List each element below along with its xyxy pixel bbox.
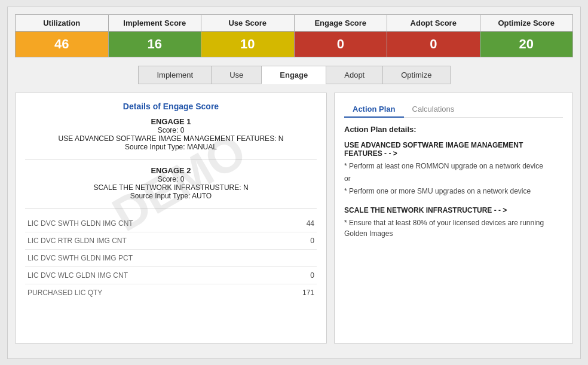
- data-key-3: LIC DVC WLC GLDN IMG CNT: [27, 271, 128, 280]
- data-val-3: 0: [310, 271, 314, 280]
- data-key-4: PURCHASED LIC QTY: [27, 289, 102, 297]
- action-item-0-0: * Perform at least one ROMMON upgrade on…: [344, 161, 563, 171]
- main-container: Utilization 46 Implement Score 16 Use Sc…: [7, 7, 581, 359]
- engage-value: 0: [295, 32, 387, 57]
- left-panel: Details of Engage Score ENGAGE 1 Score: …: [15, 93, 327, 343]
- action-item-1-0: * Ensure that at least 80% of your licen…: [344, 217, 563, 239]
- adopt-label: Adopt Score: [387, 15, 480, 32]
- action-item-0-2: * Perform one or more SMU upgrades on a …: [344, 186, 563, 197]
- data-row-2: LIC DVC SWTH GLDN IMG PCT: [25, 250, 317, 267]
- score-cell-implement: Implement Score 16: [109, 15, 202, 57]
- engage1-feature: USE ADVANCED SOFTWARE IMAGE MANAGEMENT F…: [25, 134, 317, 143]
- action-feature-title-0: USE ADVANCED SOFTWARE IMAGE MANAGEMENT F…: [344, 141, 563, 158]
- data-key-2: LIC DVC SWTH GLDN IMG PCT: [27, 254, 133, 262]
- data-row-3: LIC DVC WLC GLDN IMG CNT 0: [25, 267, 317, 284]
- data-row-1: LIC DVC RTR GLDN IMG CNT 0: [25, 232, 317, 250]
- engage2-source: Source Input Type: AUTO: [25, 192, 317, 200]
- engage2-block: ENGAGE 2 Score: 0 SCALE THE NETWORK INFR…: [25, 166, 317, 200]
- data-key-0: LIC DVC SWTH GLDN IMG CNT: [27, 219, 133, 228]
- tab-optimize[interactable]: Optimize: [382, 66, 450, 84]
- divider-1: [25, 160, 317, 160]
- data-row-4: PURCHASED LIC QTY 171: [25, 284, 317, 301]
- engage-label: Engage Score: [295, 15, 387, 32]
- action-feature-title-1: SCALE THE NETWORK INFRASTRUCTURE - - >: [344, 206, 563, 214]
- data-val-1: 0: [310, 237, 314, 245]
- utilization-value: 46: [16, 32, 108, 57]
- engage1-title: ENGAGE 1: [25, 117, 317, 126]
- tab-use[interactable]: Use: [211, 66, 262, 84]
- right-tabs: Action Plan Calculations: [344, 102, 563, 118]
- divider-2: [25, 208, 317, 209]
- action-plan-title: Action Plan details:: [344, 125, 563, 134]
- tab-adopt[interactable]: Adopt: [326, 66, 383, 84]
- engage2-score: Score: 0: [25, 175, 317, 183]
- optimize-value: 20: [480, 32, 573, 57]
- engage2-feature: SCALE THE NETWORK INFRASTRUSTURE: N: [25, 183, 317, 192]
- action-section-1: SCALE THE NETWORK INFRASTRUCTURE - - > *…: [344, 206, 563, 239]
- content-area: Details of Engage Score ENGAGE 1 Score: …: [15, 93, 573, 343]
- optimize-label: Optimize Score: [480, 15, 573, 32]
- data-val-4: 171: [302, 289, 314, 297]
- score-cell-optimize: Optimize Score 20: [480, 15, 573, 57]
- data-val-0: 44: [307, 219, 314, 228]
- utilization-label: Utilization: [16, 15, 108, 32]
- right-panel: Action Plan Calculations Action Plan det…: [334, 93, 573, 343]
- action-item-0-1: or: [344, 173, 563, 184]
- tab-implement[interactable]: Implement: [138, 66, 212, 84]
- data-key-1: LIC DVC RTR GLDN IMG CNT: [27, 237, 127, 245]
- score-cell-engage: Engage Score 0: [295, 15, 388, 57]
- action-section-0: USE ADVANCED SOFTWARE IMAGE MANAGEMENT F…: [344, 141, 563, 197]
- engage2-title: ENGAGE 2: [25, 166, 317, 175]
- score-cell-utilization: Utilization 46: [16, 15, 109, 57]
- left-panel-title: Details of Engage Score: [25, 102, 317, 111]
- score-cell-adopt: Adopt Score 0: [387, 15, 480, 57]
- data-row-0: LIC DVC SWTH GLDN IMG CNT 44: [25, 215, 317, 232]
- use-value: 10: [201, 32, 294, 57]
- engage1-score: Score: 0: [25, 126, 317, 134]
- data-rows: LIC DVC SWTH GLDN IMG CNT 44 LIC DVC RTR…: [25, 215, 317, 301]
- score-cell-use: Use Score 10: [201, 15, 295, 57]
- engage1-source: Source Input Type: MANUAL: [25, 143, 317, 151]
- implement-value: 16: [109, 32, 201, 57]
- tab-engage[interactable]: Engage: [261, 66, 326, 84]
- adopt-value: 0: [387, 32, 480, 57]
- score-header: Utilization 46 Implement Score 16 Use Sc…: [15, 14, 573, 57]
- use-label: Use Score: [201, 15, 294, 32]
- right-tab-action-plan[interactable]: Action Plan: [344, 102, 404, 118]
- right-tab-calculations[interactable]: Calculations: [404, 102, 463, 118]
- engage1-block: ENGAGE 1 Score: 0 USE ADVANCED SOFTWARE …: [25, 117, 317, 151]
- implement-label: Implement Score: [109, 15, 201, 32]
- tabs-container: Implement Use Engage Adopt Optimize: [15, 66, 573, 84]
